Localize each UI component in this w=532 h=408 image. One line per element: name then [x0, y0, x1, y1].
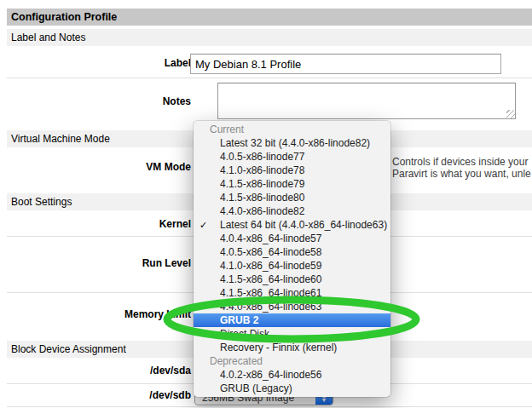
- dev-sda-field-label: /dev/sda: [7, 365, 191, 376]
- kernel-option[interactable]: 4.4.0-x86-linode82: [194, 204, 390, 218]
- vm-mode-description-line2: Paravirt is what you want, unle: [392, 168, 531, 180]
- kernel-dropdown-menu: CurrentLatest 32 bit (4.4.0-x86-linode82…: [194, 121, 390, 397]
- resize-handle-icon[interactable]: [506, 110, 515, 118]
- notes-textarea[interactable]: [217, 83, 516, 119]
- kernel-option[interactable]: 4.1.0-x86_64-linode59: [194, 259, 390, 273]
- kernel-option[interactable]: 4.1.5-x86_64-linode61: [194, 286, 390, 300]
- kernel-option[interactable]: GRUB (Legacy): [194, 382, 390, 395]
- page-title: Configuration Profile: [7, 9, 532, 26]
- kernel-option[interactable]: 4.1.5-x86-linode80: [194, 191, 390, 204]
- kernel-option[interactable]: 4.1.5-x86-linode79: [194, 177, 390, 191]
- memory-limit-field-label: Memory Limit: [7, 308, 191, 320]
- vm-mode-field-label: VM Mode: [7, 161, 191, 173]
- section-header-label-and-notes: Label and Notes: [7, 29, 532, 46]
- notes-field-label: Notes: [7, 95, 191, 107]
- kernel-option[interactable]: Latest 32 bit (4.4.0-x86-linode82): [194, 136, 390, 150]
- configuration-profile-page: Configuration Profile Label and Notes La…: [0, 0, 532, 408]
- kernel-field-label: Kernel: [7, 218, 191, 230]
- label-input[interactable]: [190, 54, 501, 74]
- row-divider: [7, 406, 532, 407]
- vm-mode-description-line1: Controls if devices inside your: [392, 156, 528, 168]
- kernel-group-header: Current: [194, 123, 390, 136]
- kernel-option[interactable]: 4.0.2-x86_64-linode56: [194, 368, 390, 382]
- kernel-option[interactable]: ✓Latest 64 bit (4.4.0-x86_64-linode63): [194, 218, 390, 232]
- kernel-group-header: Deprecated: [194, 354, 390, 368]
- kernel-option[interactable]: 4.4.0-x86_64-linode63: [194, 300, 390, 313]
- kernel-option[interactable]: Direct Disk: [194, 327, 390, 341]
- kernel-option[interactable]: 4.0.5-x86-linode77: [194, 150, 390, 164]
- kernel-option[interactable]: 4.0.4-x86_64-linode57: [194, 232, 390, 245]
- dev-sdb-field-label: /dev/sdb: [7, 389, 191, 401]
- kernel-option[interactable]: GRUB 2: [194, 313, 390, 327]
- label-field-label: Label: [7, 57, 191, 69]
- row-divider: [7, 78, 532, 78]
- checkmark-icon: ✓: [200, 218, 207, 232]
- kernel-option[interactable]: 4.1.5-x86_64-linode60: [194, 273, 390, 286]
- run-level-field-label: Run Level: [7, 257, 191, 269]
- kernel-option[interactable]: 4.1.0-x86-linode78: [194, 164, 390, 177]
- kernel-option[interactable]: 4.0.5-x86_64-linode58: [194, 245, 390, 259]
- kernel-option[interactable]: Recovery - Finnix (kernel): [194, 341, 390, 354]
